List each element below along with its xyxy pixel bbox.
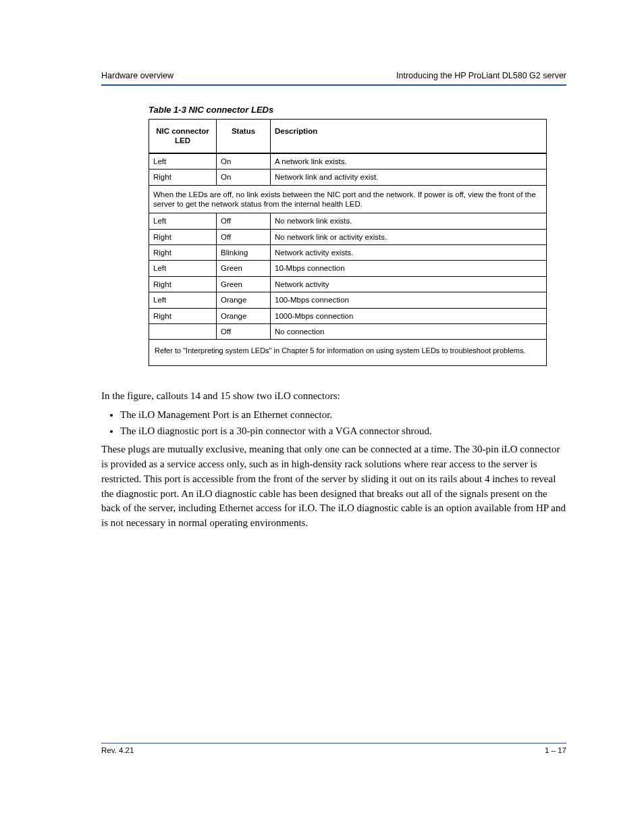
cell-led: Right [149,229,217,244]
col-header-status: Status [217,120,271,153]
cell-led: Right [149,245,217,261]
paragraph-detail: These plugs are mutually exclusive, mean… [101,442,566,531]
paragraph-intro: In the figure, callouts 14 and 15 show t… [101,389,566,404]
footer-rule [101,743,566,744]
cell-description: Network activity [271,276,547,292]
table-caption: Table 1-3 NIC connector LEDs [149,105,547,115]
table-row: Left On A network link exists. [149,153,547,170]
list-item: The iLO diagnostic port is a 30-pin conn… [120,424,566,439]
table-container: Table 1-3 NIC connector LEDs NIC connect… [149,105,547,366]
cell-led [149,323,217,339]
table-row: Left Green 10-Mbps connection [149,261,547,276]
footer-left: Rev. 4.21 [101,746,134,754]
cell-led: Left [149,261,217,276]
header-rule [101,84,566,86]
table-row: Right Green Network activity [149,276,547,292]
cell-description: 1000-Mbps connection [271,308,547,323]
cell-status: Orange [217,308,271,323]
running-head-right: Introducing the HP ProLiant DL580 G2 ser… [396,71,566,80]
cell-status: On [217,153,271,170]
table-row: Left Orange 100-Mbps connection [149,292,547,308]
cell-description: No network link exists. [271,213,547,229]
col-header-led: NIC connector LED [149,120,217,153]
cell-led: Left [149,213,217,229]
cell-description: No network link or activity exists. [271,229,547,244]
cell-led: Right [149,170,217,185]
cell-description: 10-Mbps connection [271,261,547,276]
cell-led: Right [149,308,217,323]
col-header-description: Description [271,120,547,153]
table-header-row: NIC connector LED Status Description [149,120,547,153]
cell-status: Orange [217,292,271,308]
cell-description: A network link exists. [271,153,547,170]
table-row: Right Orange 1000-Mbps connection [149,308,547,323]
cell-status: Off [217,323,271,339]
cell-status: Green [217,276,271,292]
section-text: When the LEDs are off, no link exists be… [149,185,547,213]
cell-status: On [217,170,271,185]
cell-led: Right [149,276,217,292]
cell-description: No connection [271,323,547,339]
cell-led: Left [149,292,217,308]
footer-right: 1 – 17 [545,746,566,754]
running-head: Hardware overview Introducing the HP Pro… [101,71,566,80]
table-row: Left Off No network link exists. [149,213,547,229]
table-row: Off No connection [149,323,547,339]
cell-description: 100-Mbps connection [271,292,547,308]
cell-description: Network activity exists. [271,245,547,261]
table-footnote-row: Refer to "Interpreting system LEDs" in C… [149,340,547,366]
table-row: Right On Network link and activity exist… [149,170,547,185]
table-section-note: When the LEDs are off, no link exists be… [149,185,547,213]
cell-status: Green [217,261,271,276]
cell-status: Blinking [217,245,271,261]
cell-description: Network link and activity exist. [271,170,547,185]
running-head-left: Hardware overview [101,71,173,80]
cell-status: Off [217,213,271,229]
list-item: The iLO Management Port is an Ethernet c… [120,408,566,423]
table-row: Right Off No network link or activity ex… [149,229,547,244]
cell-led: Left [149,153,217,170]
cell-status: Off [217,229,271,244]
page-footer: Rev. 4.21 1 – 17 [101,743,566,754]
footnote-text: Refer to "Interpreting system LEDs" in C… [149,340,547,366]
connector-list: The iLO Management Port is an Ethernet c… [120,408,566,439]
nic-led-table: NIC connector LED Status Description Lef… [149,119,547,366]
body-text: In the figure, callouts 14 and 15 show t… [101,389,566,531]
table-row: Right Blinking Network activity exists. [149,245,547,261]
